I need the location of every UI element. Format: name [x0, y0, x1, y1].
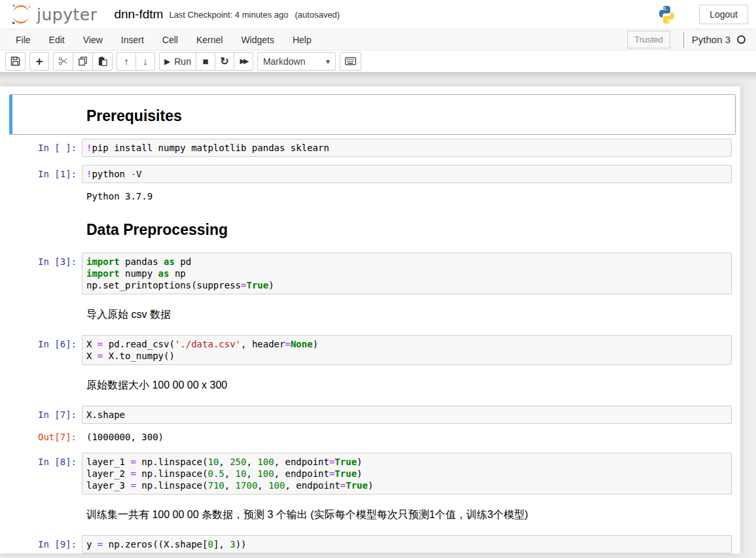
save-icon — [10, 56, 20, 66]
code-line: import numpy as np — [86, 268, 727, 279]
code-line: y = np.zeros((X.shape[0], 3)) — [86, 538, 727, 550]
input-prompt: In [ ]: — [16, 139, 82, 154]
jupyter-logo[interactable]: jupyter — [9, 3, 97, 26]
code-input[interactable]: X = pd.read_csv('./data.csv', header=Non… — [82, 335, 732, 365]
code-input[interactable]: y = np.zeros((X.shape[0], 3)) — [82, 535, 732, 553]
logo-text: jupyter — [37, 5, 97, 24]
restart-run-all-button[interactable]: ▶▶ — [234, 52, 253, 71]
output-text: (1000000, 300) — [82, 428, 732, 445]
markdown-cell[interactable]: 训练集一共有 100 00 00 条数据，预测 3 个输出 (实际每个模型每次只… — [9, 498, 736, 531]
notebook-container: PrerequisitesIn [ ]:!pip install numpy m… — [0, 86, 740, 553]
autosave-status: (autosaved) — [295, 10, 340, 20]
code-line: layer_1 = np.linspace(10, 250, 100, endp… — [86, 456, 727, 468]
copy-cell-button[interactable] — [73, 52, 93, 71]
menu-item-insert[interactable]: Insert — [112, 30, 153, 50]
markdown-heading: Prerequisites — [86, 107, 732, 125]
toolbar: + — [0, 50, 756, 72]
notebook-area[interactable]: PrerequisitesIn [ ]:!pip install numpy m… — [0, 72, 756, 558]
save-button[interactable] — [5, 52, 26, 71]
notebook-title[interactable]: dnn-fdtm — [114, 7, 163, 22]
markdown-prompt — [16, 373, 82, 376]
code-text: X = pd.read_csv('./data.csv', header=Non… — [86, 338, 727, 362]
paste-icon — [98, 56, 107, 66]
interrupt-kernel-button[interactable]: ■ — [196, 52, 215, 71]
code-input[interactable]: import pandas as pdimport numpy as npnp.… — [82, 253, 732, 294]
code-cell[interactable]: In [3]:import pandas as pdimport numpy a… — [9, 249, 736, 298]
code-input[interactable]: layer_1 = np.linspace(10, 250, 100, endp… — [82, 453, 732, 495]
markdown-text: 训练集一共有 100 00 00 条数据，预测 3 个输出 (实际每个模型每次只… — [86, 508, 732, 522]
run-button[interactable]: ▶ Run — [159, 52, 196, 71]
input-prompt: In [9]: — [16, 535, 82, 550]
header-bar: jupyter dnn-fdtm Last Checkpoint: 4 minu… — [0, 0, 756, 29]
code-line: X = pd.read_csv('./data.csv', header=Non… — [86, 338, 727, 350]
code-line: !python -V — [86, 168, 727, 180]
celltype-select[interactable]: Markdown ▾ — [257, 52, 336, 71]
checkpoint-status: Last Checkpoint: 4 minutes ago — [169, 10, 288, 20]
command-palette-button[interactable] — [340, 52, 361, 71]
output-text: Python 3.7.9 — [82, 187, 732, 204]
cell-list: PrerequisitesIn [ ]:!pip install numpy m… — [9, 94, 736, 553]
move-cell-down-button[interactable]: ↓ — [135, 52, 155, 71]
menu-right: Trusted Python 3 — [627, 31, 746, 48]
markdown-prompt — [16, 212, 82, 215]
menu-item-view[interactable]: View — [74, 30, 112, 50]
code-input[interactable]: !python -V — [82, 165, 732, 183]
output-prompt — [16, 187, 82, 190]
python-logo-icon — [657, 5, 677, 25]
code-text: layer_1 = np.linspace(10, 250, 100, endp… — [86, 456, 727, 491]
logout-button[interactable]: Logout — [699, 5, 748, 24]
code-line: layer_2 = np.linspace(0.5, 10, 100, endp… — [86, 468, 727, 480]
markdown-content: 导入原始 csv 数据 — [82, 302, 732, 327]
add-cell-below-button[interactable]: + — [29, 52, 49, 71]
markdown-prompt — [16, 302, 82, 305]
input-prompt: In [1]: — [16, 165, 82, 180]
code-line: layer_3 = np.linspace(710, 1700, 100, en… — [86, 480, 727, 491]
restart-icon: ↻ — [220, 56, 228, 67]
code-line: !pip install numpy matplotlib pandas skl… — [86, 142, 727, 154]
run-label: Run — [174, 56, 191, 67]
markdown-cell[interactable]: 原始数据大小 100 00 00 x 300 — [9, 369, 736, 402]
kernel-idle-icon — [737, 35, 746, 44]
kernel-separator — [683, 32, 684, 48]
markdown-text: 原始数据大小 100 00 00 x 300 — [86, 379, 732, 392]
jupyter-notebook-app: jupyter dnn-fdtm Last Checkpoint: 4 minu… — [0, 0, 756, 558]
restart-run-all-icon: ▶▶ — [240, 58, 247, 65]
menu-item-help[interactable]: Help — [283, 30, 321, 50]
code-cell[interactable]: In [ ]:!pip install numpy matplotlib pan… — [9, 135, 736, 161]
input-prompt: In [3]: — [16, 253, 82, 268]
code-cell[interactable]: In [7]:X.shapeOut[7]:(1000000, 300) — [9, 402, 736, 449]
move-down-icon: ↓ — [143, 56, 148, 66]
move-up-icon: ↑ — [124, 56, 129, 66]
menu-item-widgets[interactable]: Widgets — [232, 30, 283, 50]
cut-cell-button[interactable] — [53, 52, 73, 71]
code-input[interactable]: !pip install numpy matplotlib pandas skl… — [82, 139, 732, 157]
code-cell[interactable]: In [9]:y = np.zeros((X.shape[0], 3)) — [9, 531, 736, 553]
code-cell[interactable]: In [6]:X = pd.read_csv('./data.csv', hea… — [9, 331, 736, 369]
menu-item-cell[interactable]: Cell — [153, 30, 187, 50]
cell-output: Out[7]:(1000000, 300) — [16, 424, 732, 445]
input-prompt: In [6]: — [16, 335, 82, 350]
code-cell[interactable]: In [1]:!python -VPython 3.7.9 — [9, 161, 736, 208]
markdown-content: 原始数据大小 100 00 00 x 300 — [82, 373, 732, 398]
code-cell[interactable]: In [8]:layer_1 = np.linspace(10, 250, 10… — [9, 449, 736, 498]
kernel-name[interactable]: Python 3 — [692, 34, 730, 45]
markdown-prompt — [16, 502, 82, 506]
move-cell-up-button[interactable]: ↑ — [117, 52, 136, 71]
code-text: !python -V — [86, 168, 727, 180]
code-text: import pandas as pdimport numpy as npnp.… — [86, 256, 727, 291]
menu-item-kernel[interactable]: Kernel — [187, 30, 232, 50]
code-input[interactable]: X.shape — [82, 406, 732, 424]
menu-item-edit[interactable]: Edit — [40, 30, 74, 50]
menu-item-file[interactable]: File — [7, 30, 40, 50]
code-text: X.shape — [86, 409, 727, 421]
markdown-cell[interactable]: Data Preprocessing — [9, 208, 736, 249]
markdown-content: 训练集一共有 100 00 00 条数据，预测 3 个输出 (实际每个模型每次只… — [82, 502, 732, 527]
paste-cell-button[interactable] — [92, 52, 113, 71]
chevron-down-icon: ▾ — [326, 57, 330, 66]
markdown-cell[interactable]: 导入原始 csv 数据 — [9, 298, 736, 331]
input-prompt: In [7]: — [16, 406, 82, 421]
interrupt-icon: ■ — [202, 56, 208, 66]
trusted-badge[interactable]: Trusted — [627, 31, 670, 48]
markdown-cell[interactable]: Prerequisites — [9, 94, 736, 135]
restart-kernel-button[interactable]: ↻ — [215, 52, 234, 71]
